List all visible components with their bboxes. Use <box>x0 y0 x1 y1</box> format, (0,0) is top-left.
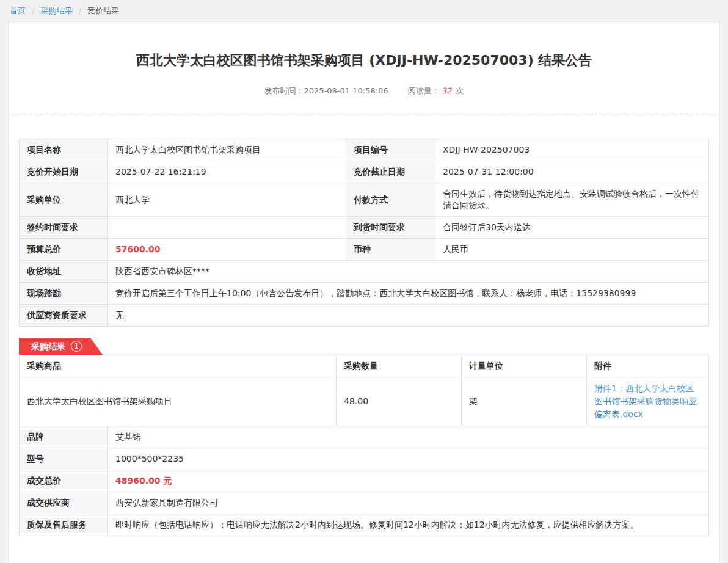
row-value: 1000*500*2235 <box>108 448 709 470</box>
purchase-result-table: 采购商品 采购数量 计量单位 附件 西北大学太白校区图书馆书架采购项目 48.0… <box>19 355 709 426</box>
attachment-cell: 附件1：西北大学太白校区图书馆书架采购货物类响应偏离表.docx <box>587 377 709 426</box>
table-row: 签约时间要求 到货时间要求 合同签订后30天内送达 <box>20 217 709 239</box>
row-label: 成交供应商 <box>20 492 108 514</box>
table-row: 收货地址 陕西省西安市碑林区**** <box>20 261 709 283</box>
row-value <box>108 217 346 239</box>
badge-count: 1 <box>71 341 82 352</box>
result-header-row: 采购商品 采购数量 计量单位 附件 <box>20 355 709 377</box>
row-value: 艾基锘 <box>108 426 709 448</box>
attachment-link[interactable]: 附件1：西北大学太白校区图书馆书架采购货物类响应偏离表.docx <box>594 382 701 421</box>
publish-time: 发布时间：2025-08-01 10:58:06 <box>264 86 388 95</box>
result-data-row: 西北大学太白校区图书馆书架采购项目 48.00 架 附件1：西北大学太白校区图书… <box>20 377 709 426</box>
breadcrumb-separator: / <box>79 6 81 15</box>
table-row: 品牌 艾基锘 <box>20 426 709 448</box>
row-label: 成交总价 <box>20 470 108 492</box>
view-count: 阅读量：32 次 <box>408 86 464 95</box>
row-value: 西北大学太白校区图书馆书架采购项目 <box>108 139 346 161</box>
row-value: 无 <box>108 305 709 327</box>
row-label: 现场踏勘 <box>20 283 108 305</box>
page-title: 西北大学太白校区图书馆书架采购项目 (XDJJ-HW-202507003) 结果… <box>9 22 719 70</box>
row-label: 币种 <box>346 239 435 261</box>
deal-total-price: 48960.00 元 <box>108 470 709 492</box>
announcement-card: 西北大学太白校区图书馆书架采购项目 (XDJJ-HW-202507003) 结果… <box>9 21 719 563</box>
row-label: 项目名称 <box>20 139 108 161</box>
table-row: 成交总价 48960.00 元 <box>20 470 709 492</box>
row-value: 西安弘新家具制造有限公司 <box>108 492 709 514</box>
project-info-table: 项目名称 西北大学太白校区图书馆书架采购项目 项目编号 XDJJ-HW-2025… <box>19 139 709 327</box>
column-header: 计量单位 <box>462 355 587 377</box>
view-count-number: 32 <box>442 86 452 95</box>
row-value: 2025-07-31 12:00:00 <box>435 161 709 183</box>
row-label: 收货地址 <box>20 261 108 283</box>
row-label: 竞价截止日期 <box>346 161 435 183</box>
table-row: 供应商资质要求 无 <box>20 305 709 327</box>
breadcrumb-purchase-results-link[interactable]: 采购结果 <box>41 6 73 15</box>
purchase-result-badge: 采购结果1 <box>19 338 103 355</box>
table-row: 项目名称 西北大学太白校区图书馆书架采购项目 项目编号 XDJJ-HW-2025… <box>20 139 709 161</box>
dashed-divider <box>9 114 719 114</box>
row-value: 合同签订后30天内送达 <box>435 217 709 239</box>
table-row: 现场踏勘 竞价开启后第三个工作日上午10:00（包含公告发布日），踏勘地点：西北… <box>20 283 709 305</box>
row-label: 质保及售后服务 <box>20 514 108 536</box>
row-value: 陕西省西安市碑林区**** <box>108 261 709 283</box>
publish-meta: 发布时间：2025-08-01 10:58:06 阅读量：32 次 <box>9 85 719 96</box>
badge-label: 采购结果 <box>31 341 65 351</box>
column-header: 采购数量 <box>337 355 462 377</box>
row-value: 即时响应（包括电话响应）；电话响应无法解决2小时内到达现场。修复时间12小时内解… <box>108 514 709 536</box>
row-value: 2025-07-22 16:21:19 <box>108 161 346 183</box>
row-value: 合同生效后，待货物到达指定地点、安装调试验收合格后，一次性付清合同货款。 <box>435 183 709 217</box>
row-label: 到货时间要求 <box>346 217 435 239</box>
row-label: 付款方式 <box>346 183 435 217</box>
deal-detail-table: 品牌 艾基锘 型号 1000*500*2235 成交总价 48960.00 元 … <box>19 426 709 536</box>
row-label: 签约时间要求 <box>20 217 108 239</box>
breadcrumb: 首页 / 采购结果 / 竞价结果 <box>0 0 728 21</box>
unit-cell: 架 <box>462 377 587 426</box>
row-label: 采购单位 <box>20 183 108 217</box>
quantity-cell: 48.00 <box>337 377 462 426</box>
breadcrumb-separator: / <box>32 6 34 15</box>
row-value: XDJJ-HW-202507003 <box>435 139 709 161</box>
breadcrumb-home-link[interactable]: 首页 <box>10 6 26 15</box>
budget-total-value: 57600.00 <box>108 239 346 261</box>
table-row: 型号 1000*500*2235 <box>20 448 709 470</box>
row-label: 竞价开始日期 <box>20 161 108 183</box>
product-name-cell: 西北大学太白校区图书馆书架采购项目 <box>20 377 337 426</box>
row-label: 预算总价 <box>20 239 108 261</box>
row-label: 项目编号 <box>346 139 435 161</box>
row-label: 供应商资质要求 <box>20 305 108 327</box>
table-row: 采购单位 西北大学 付款方式 合同生效后，待货物到达指定地点、安装调试验收合格后… <box>20 183 709 217</box>
row-label: 型号 <box>20 448 108 470</box>
row-value: 竞价开启后第三个工作日上午10:00（包含公告发布日），踏勘地点：西北大学太白校… <box>108 283 709 305</box>
column-header: 附件 <box>587 355 709 377</box>
breadcrumb-current: 竞价结果 <box>87 6 119 15</box>
table-row: 质保及售后服务 即时响应（包括电话响应）；电话响应无法解决2小时内到达现场。修复… <box>20 514 709 536</box>
table-row: 竞价开始日期 2025-07-22 16:21:19 竞价截止日期 2025-0… <box>20 161 709 183</box>
row-label: 品牌 <box>20 426 108 448</box>
table-row: 成交供应商 西安弘新家具制造有限公司 <box>20 492 709 514</box>
row-value: 西北大学 <box>108 183 346 217</box>
table-row: 预算总价 57600.00 币种 人民币 <box>20 239 709 261</box>
column-header: 采购商品 <box>20 355 337 377</box>
row-value: 人民币 <box>435 239 709 261</box>
